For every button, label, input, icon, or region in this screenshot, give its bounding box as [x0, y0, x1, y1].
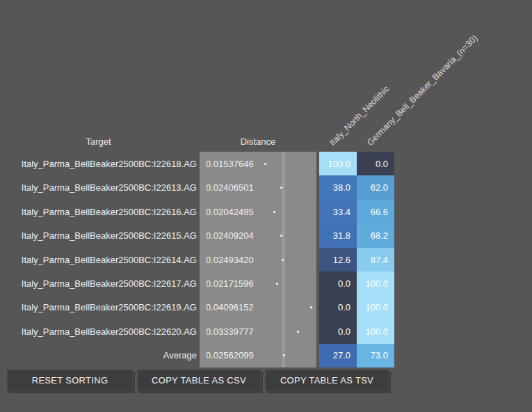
- admixture-value-cell: 100.0: [357, 296, 394, 319]
- distance-dot: [273, 211, 275, 213]
- sample-row: Italy_Parma_BellBeaker2500BC:I22620.AG0.…: [0, 319, 394, 343]
- distance-value: 0.02409204: [206, 230, 254, 241]
- admixture-value-cell: 66.6: [357, 200, 394, 223]
- admixture-value: 100.0: [365, 278, 388, 289]
- distance-dot: [280, 235, 282, 237]
- target-label: Italy_Parma_BellBeaker2500BC:I22617.AG: [22, 278, 197, 289]
- distance-cell: 0.04096152: [200, 296, 316, 319]
- distance-value: 0.01537646: [206, 159, 254, 169]
- distance-value: 0.02562099: [206, 350, 254, 360]
- copy-table-as-csv-button[interactable]: COPY TABLE AS CSV: [137, 370, 261, 391]
- distance-cell: 0.02042495: [200, 200, 316, 223]
- target-label: Average: [163, 350, 197, 360]
- target-label: Italy_Parma_BellBeaker2500BC:I22616.AG: [22, 207, 197, 217]
- admixture-value: 33.4: [333, 207, 350, 217]
- admixture-value: 0.0: [338, 278, 350, 289]
- admixture-value-cell: 31.8: [319, 223, 357, 247]
- sample-row: Italy_Parma_BellBeaker2500BC:I22614.AG0.…: [0, 248, 394, 271]
- distance-cell: 0.02406501: [200, 175, 316, 199]
- target-label-cell: Italy_Parma_BellBeaker2500BC:I22615.AG: [0, 223, 197, 247]
- distance-dot: [283, 354, 285, 356]
- target-label: Italy_Parma_BellBeaker2500BC:I22618.AG: [22, 159, 197, 169]
- admixture-value-cell: 38.0: [319, 175, 357, 199]
- average-label-cell: Average: [0, 344, 197, 367]
- admixture-value: 12.6: [333, 255, 350, 265]
- target-label: Italy_Parma_BellBeaker2500BC:I22615.AG: [22, 230, 197, 241]
- admixture-value: 100.0: [328, 159, 350, 169]
- admixture-value-cell: 0.0: [319, 296, 357, 319]
- admixture-value-cell: 33.4: [319, 200, 357, 223]
- admixture-value-cell: 100.0: [357, 271, 394, 295]
- target-label-cell: Italy_Parma_BellBeaker2500BC:I22616.AG: [0, 200, 197, 223]
- distance-value: 0.02493420: [206, 255, 254, 265]
- target-label-cell: Italy_Parma_BellBeaker2500BC:I22619.AG: [0, 296, 197, 319]
- distance-dot: [280, 187, 282, 189]
- admixture-value: 100.0: [365, 326, 388, 337]
- distance-column-header[interactable]: Distance: [200, 136, 316, 148]
- population-column-header-italy-north-neolithic[interactable]: Italy_North_Neolithic: [328, 84, 391, 148]
- average-row: Average0.0256209927.073.0: [0, 344, 394, 367]
- admixture-value: 66.6: [371, 207, 388, 217]
- admixture-distance-table-screen: Italy_North_Neolithic Germany_Bell_Beake…: [0, 0, 532, 412]
- admixture-value: 0.0: [338, 302, 350, 312]
- admixture-value: 0.0: [376, 159, 388, 169]
- sample-row: Italy_Parma_BellBeaker2500BC:I22617.AG0.…: [0, 271, 394, 295]
- admixture-value-cell: 0.0: [319, 271, 357, 295]
- target-label-cell: Italy_Parma_BellBeaker2500BC:I22617.AG: [0, 271, 197, 295]
- sample-row: Italy_Parma_BellBeaker2500BC:I22618.AG0.…: [0, 152, 394, 175]
- admixture-value: 68.2: [371, 230, 388, 241]
- target-column-header[interactable]: Target: [0, 136, 197, 148]
- admixture-value-cell: 87.4: [357, 248, 394, 271]
- distance-dot: [297, 331, 299, 333]
- distance-value: 0.02406501: [206, 182, 254, 193]
- distance-cell: 0.03339777: [200, 319, 316, 343]
- sample-row: Italy_Parma_BellBeaker2500BC:I22616.AG0.…: [0, 200, 394, 223]
- admixture-value-cell: 73.0: [357, 344, 394, 367]
- distance-value: 0.02171596: [206, 278, 254, 289]
- distance-dot: [264, 163, 266, 165]
- admixture-value-cell: 0.0: [319, 319, 357, 343]
- admixture-value: 0.0: [338, 326, 350, 337]
- admixture-value: 27.0: [333, 350, 350, 360]
- target-label: Italy_Parma_BellBeaker2500BC:I22619.AG: [22, 302, 197, 312]
- target-label-cell: Italy_Parma_BellBeaker2500BC:I22620.AG: [0, 319, 197, 343]
- distance-value: 0.04096152: [206, 302, 254, 312]
- target-label-cell: Italy_Parma_BellBeaker2500BC:I22613.AG: [0, 175, 197, 199]
- distance-cell: 0.02562099: [200, 344, 316, 367]
- distance-cell: 0.01537646: [200, 152, 316, 175]
- target-label: Italy_Parma_BellBeaker2500BC:I22613.AG: [22, 182, 197, 193]
- admixture-value-cell: 68.2: [357, 223, 394, 247]
- admixture-value-cell: 27.0: [319, 344, 357, 367]
- distance-dot: [310, 306, 312, 308]
- admixture-value-cell: 12.6: [319, 248, 357, 271]
- admixture-value: 100.0: [365, 302, 388, 312]
- distance-value: 0.03339777: [206, 326, 254, 337]
- target-label: Italy_Parma_BellBeaker2500BC:I22614.AG: [22, 255, 197, 265]
- admixture-value: 73.0: [371, 350, 388, 360]
- copy-table-as-tsv-button[interactable]: COPY TABLE AS TSV: [265, 370, 389, 391]
- distance-cell: 0.02409204: [200, 223, 316, 247]
- sample-row: Italy_Parma_BellBeaker2500BC:I22615.AG0.…: [0, 223, 394, 247]
- distance-cell: 0.02493420: [200, 248, 316, 271]
- distance-value: 0.02042495: [206, 207, 254, 217]
- admixture-value: 62.0: [371, 182, 388, 193]
- target-label-cell: Italy_Parma_BellBeaker2500BC:I22614.AG: [0, 248, 197, 271]
- admixture-value: 38.0: [333, 182, 350, 193]
- distance-dot: [276, 283, 278, 285]
- sample-row: Italy_Parma_BellBeaker2500BC:I22619.AG0.…: [0, 296, 394, 319]
- target-label: Italy_Parma_BellBeaker2500BC:I22620.AG: [22, 326, 197, 337]
- admixture-value-cell: 100.0: [319, 152, 357, 175]
- sample-row: Italy_Parma_BellBeaker2500BC:I22613.AG0.…: [0, 175, 394, 199]
- reset-sorting-button[interactable]: RESET SORTING: [7, 370, 133, 391]
- distance-dot: [282, 259, 284, 261]
- admixture-value-cell: 62.0: [357, 175, 394, 199]
- admixture-value-cell: 0.0: [357, 152, 394, 175]
- target-label-cell: Italy_Parma_BellBeaker2500BC:I22618.AG: [0, 152, 197, 175]
- admixture-value: 87.4: [371, 255, 388, 265]
- admixture-value: 31.8: [333, 230, 350, 241]
- distance-cell: 0.02171596: [200, 271, 316, 295]
- admixture-value-cell: 100.0: [357, 319, 394, 343]
